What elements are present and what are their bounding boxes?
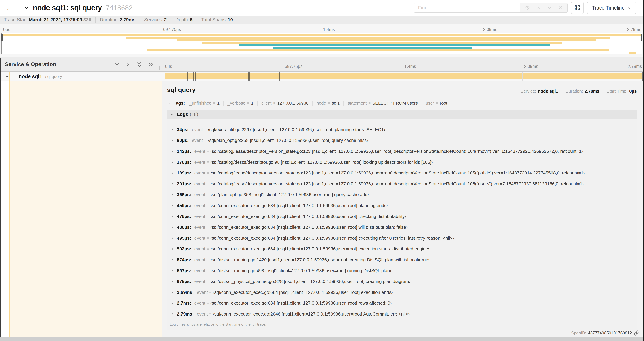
find-next-icon[interactable] xyxy=(547,5,552,11)
log-row[interactable]: 142μs:event=‹sql/catalog/lease/descripto… xyxy=(167,146,637,157)
find-input[interactable] xyxy=(414,3,520,13)
clear-find-icon[interactable] xyxy=(558,5,563,10)
chevron-right-icon xyxy=(170,128,174,132)
tag-value: 1 xyxy=(251,101,254,106)
summary-item: Trace StartMarch 31 2022, 17:25:09.326 xyxy=(4,17,91,23)
expand-one-icon[interactable] xyxy=(125,62,131,67)
log-row[interactable]: 366μs:event=‹sql/plan_opt.go:358 [nsql1,… xyxy=(167,189,637,200)
chevron-right-icon xyxy=(170,290,174,294)
span-meta-item: Service:node sql1 xyxy=(520,89,558,94)
log-timestamp: 678μs: xyxy=(177,279,191,284)
equals-separator: = xyxy=(207,182,209,186)
chevron-right-icon xyxy=(170,149,174,153)
log-row[interactable]: 2.7ms:event=‹sql/conn_executor_exec.go:6… xyxy=(167,298,637,309)
span-detail-header: sql query Service:node sql1Duration:2.79… xyxy=(162,82,642,94)
tag-item[interactable]: _unfinished=1 xyxy=(190,101,220,106)
logs-header[interactable]: Logs (18) xyxy=(167,110,637,119)
equals-separator: = xyxy=(368,101,371,105)
find-suffix xyxy=(520,3,567,13)
gridline xyxy=(522,72,523,82)
minimap-span-bar xyxy=(202,42,562,44)
minimap-right-scrubber[interactable] xyxy=(642,33,642,54)
log-row[interactable]: 597μs:event=‹sql/distsql_running.go:498 … xyxy=(167,265,637,276)
link-icon[interactable] xyxy=(634,330,640,336)
expand-all-icon[interactable] xyxy=(148,61,154,68)
collapse-one-icon[interactable] xyxy=(114,62,120,67)
log-row[interactable]: 176μs:event=‹sql/catalog/descs/descripto… xyxy=(167,157,637,168)
find-prev-icon[interactable] xyxy=(536,5,541,11)
span-meta-value: node sql1 xyxy=(538,89,558,94)
ruler-tick-label: 2.09ms xyxy=(482,27,497,30)
keyboard-shortcuts-button[interactable]: ⌘ xyxy=(571,2,584,14)
chevron-right-icon xyxy=(170,214,174,218)
log-row[interactable]: 486μs:event=‹sql/conn_executor_exec.go:6… xyxy=(167,222,637,233)
log-field-key: event xyxy=(194,149,205,154)
log-row[interactable]: 495μs:event=‹sql/conn_executor_exec.go:6… xyxy=(167,233,637,244)
tag-value: root xyxy=(440,101,447,106)
span-detail-meta: Service:node sql1Duration:2.79msStart Ti… xyxy=(520,89,637,94)
back-button[interactable]: ← xyxy=(0,0,20,16)
logs-list: 34μs:event=‹sql/exec_util.go:2297 [nsql1… xyxy=(167,119,637,319)
log-row[interactable]: 2.79ms:event=‹sql/conn_executor_exec.go:… xyxy=(167,308,637,319)
equals-separator: = xyxy=(207,257,209,262)
chevron-down-icon[interactable] xyxy=(23,5,30,11)
locate-icon[interactable] xyxy=(525,5,530,11)
trace-minimap[interactable] xyxy=(2,33,642,54)
log-marker xyxy=(188,72,188,81)
gridline xyxy=(403,72,403,82)
log-field-key: event xyxy=(197,311,208,317)
summary-item-label: Services xyxy=(144,17,162,23)
find-group xyxy=(414,3,568,13)
log-field-key: event xyxy=(194,192,205,197)
service-accent-bar xyxy=(9,82,10,337)
log-row[interactable]: 459μs:event=‹sql/conn_executor_exec.go:6… xyxy=(167,200,637,211)
equals-separator: = xyxy=(207,301,209,305)
span-meta-value: 0μs xyxy=(629,89,637,94)
minimap-span-bar xyxy=(126,37,610,39)
logs-section: Logs (18) 34μs:event=‹sql/exec_util.go:2… xyxy=(167,110,638,330)
equals-separator: = xyxy=(209,312,212,316)
minimap-span-bar xyxy=(177,39,596,41)
trace-view-selector-label: Trace Timeline xyxy=(592,5,624,11)
log-field-value: ‹sql/plan_opt.go:358 [nsql1,client=127.0… xyxy=(208,138,368,143)
tag-item[interactable]: client=127.0.0.1:59936 xyxy=(257,101,308,106)
log-row[interactable]: 574μs:event=‹sql/distsql_running.go:1420… xyxy=(167,254,637,265)
collapse-all-icon[interactable] xyxy=(136,61,142,68)
summary-item: Services2 xyxy=(140,17,167,23)
log-marker xyxy=(169,72,170,81)
logs-title: Logs xyxy=(177,112,188,117)
log-row[interactable]: 2.69ms:event=‹sql/conn_executor_exec.go:… xyxy=(167,287,637,298)
equals-separator: = xyxy=(207,236,209,240)
log-row[interactable]: 189μs:event=‹sql/catalog/lease/descripto… xyxy=(167,168,637,178)
equals-separator: = xyxy=(207,214,209,219)
span-row[interactable]: node sql1 sql query xyxy=(0,72,644,82)
minimap-left-scrubber[interactable] xyxy=(2,33,2,54)
log-timestamp: 476μs: xyxy=(177,214,191,219)
log-row[interactable]: 201μs:event=‹sql/catalog/lease/descripto… xyxy=(167,178,637,189)
log-row[interactable]: 34μs:event=‹sql/exec_util.go:2297 [nsql1… xyxy=(167,124,637,135)
tag-item[interactable]: node=sql1 xyxy=(312,101,340,106)
log-field-value: ‹sql/conn_executor_exec.go:684 [nsql1,cl… xyxy=(210,246,430,252)
ruler-tick-label: 2.79ms xyxy=(627,27,642,30)
log-row[interactable]: 678μs:event=‹sql/distsql_physical_planne… xyxy=(167,276,637,287)
log-row[interactable]: 80μs:event=‹sql/plan_opt.go:358 [nsql1,c… xyxy=(167,135,637,146)
log-row[interactable]: 502μs:event=‹sql/conn_executor_exec.go:6… xyxy=(167,244,637,254)
equals-separator: = xyxy=(328,101,330,105)
log-row[interactable]: 476μs:event=‹sql/conn_executor_exec.go:6… xyxy=(167,211,637,222)
log-marker xyxy=(242,72,242,81)
log-field-value: ‹sql/conn_executor_exec.go:684 [nsql1,cl… xyxy=(210,225,408,230)
tag-item[interactable]: statement=SELECT * FROM users xyxy=(344,101,418,106)
equals-separator: = xyxy=(436,101,438,105)
column-resizer[interactable] xyxy=(158,66,160,70)
span-duration-bar[interactable] xyxy=(165,74,642,79)
tag-key: client xyxy=(262,101,272,106)
tag-item[interactable]: user=root xyxy=(422,101,447,106)
log-marker xyxy=(262,72,262,81)
chevron-right-icon xyxy=(170,193,174,197)
ruler-tick-label: 1.4ms xyxy=(322,27,335,30)
tags-row[interactable]: Tags: _unfinished=1_verbose=1client=127.… xyxy=(167,98,638,108)
gridline xyxy=(283,72,283,82)
summary-item-label: Total Spans xyxy=(201,17,226,23)
trace-view-selector[interactable]: Trace Timeline xyxy=(587,2,636,14)
tag-item[interactable]: _verbose=1 xyxy=(223,101,254,106)
